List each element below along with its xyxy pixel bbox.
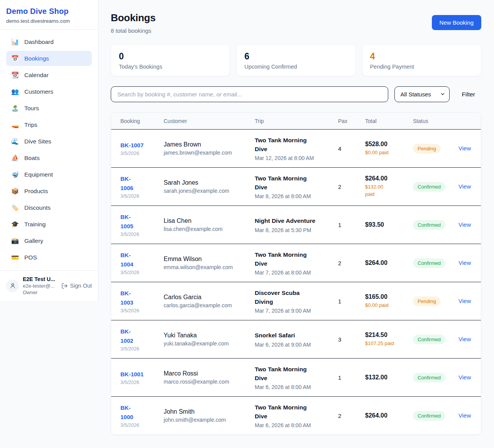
sidebar-item-label: Calendar — [24, 72, 49, 79]
view-link[interactable]: View — [458, 183, 471, 190]
customer-name: John Smith — [164, 408, 249, 415]
user-footer: E2E Test U... e2e-tester@... Owner Sign … — [0, 270, 98, 301]
credit-card-icon: 💳 — [11, 254, 19, 261]
sidebar-item-label: Training — [24, 221, 46, 228]
sidebar-item-equipment[interactable]: 🤿Equipment — [6, 167, 92, 182]
new-booking-button[interactable]: New Booking — [432, 15, 481, 30]
stat-card-pending-payment: 4 Pending Payment — [362, 44, 481, 76]
paid-amount: $0.00 paid — [365, 149, 408, 157]
customer-email: yuki.tanaka@example.com — [164, 340, 249, 347]
brand-block: Demo Dive Shop demo.test.divestreams.com — [0, 0, 98, 30]
status-select[interactable]: All Statuses — [394, 86, 450, 102]
sailboat-icon: ⛵ — [11, 154, 19, 162]
status-badge: Confirmed — [413, 411, 445, 421]
trip-datetime: Mar 12, 2026 at 8:00 AM — [255, 155, 333, 161]
sidebar-nav: 📊Dashboard 📅Bookings 📆Calendar 👥Customer… — [0, 30, 98, 270]
booking-date: 3/5/2026 — [120, 232, 158, 237]
status-badge: Confirmed — [413, 335, 445, 344]
sidebar-item-boats[interactable]: ⛵Boats — [6, 150, 92, 165]
island-icon: 🏝️ — [11, 104, 19, 112]
sidebar-item-dashboard[interactable]: 📊Dashboard — [6, 34, 92, 49]
customer-name: Yuki Tanaka — [164, 332, 249, 339]
column-header-booking: Booking — [120, 118, 164, 124]
filter-button[interactable]: Filter — [456, 91, 481, 98]
trip-name: Night Dive Adventure — [255, 216, 333, 225]
stat-value: 0 — [119, 51, 222, 62]
shop-domain: demo.test.divestreams.com — [6, 18, 92, 24]
sidebar-item-label: Customers — [24, 88, 53, 95]
view-link[interactable]: View — [458, 298, 471, 304]
status-badge: Pending — [413, 296, 441, 306]
sidebar-item-calendar[interactable]: 📆Calendar — [6, 67, 92, 83]
booking-date: 3/5/2026 — [120, 151, 158, 156]
sidebar-item-gallery[interactable]: 📸Gallery — [6, 233, 92, 248]
bar-chart-icon: 📊 — [11, 38, 19, 45]
customer-name: James Brown — [164, 141, 249, 148]
shop-name: Demo Dive Shop — [6, 7, 92, 16]
sign-out-label: Sign Out — [70, 283, 92, 289]
trip-datetime: Mar 7, 2026 at 8:00 AM — [255, 269, 333, 276]
user-avatar-icon — [10, 283, 16, 289]
total-amount: $528.00 — [365, 141, 408, 148]
sidebar-item-label: Equipment — [24, 171, 53, 178]
customer-email: james.brown@example.com — [164, 150, 249, 156]
booking-link[interactable]: BK- 1005 — [120, 212, 133, 231]
sidebar-item-label: Gallery — [24, 237, 43, 244]
status-badge: Confirmed — [413, 373, 445, 382]
view-link[interactable]: View — [458, 221, 471, 228]
speedboat-icon: 🚤 — [11, 121, 19, 128]
calendar-date-icon: 📅 — [11, 55, 19, 62]
calendar-icon: 📆 — [11, 71, 19, 79]
users-icon: 👥 — [11, 88, 19, 95]
tag-icon: 🏷️ — [11, 204, 19, 211]
total-bookings-count: 8 total bookings — [111, 27, 156, 34]
customer-name: Sarah Jones — [164, 179, 249, 186]
sign-out-button[interactable]: Sign Out — [61, 283, 92, 289]
pax-count: 2 — [338, 260, 365, 266]
total-amount: $264.00 — [365, 175, 408, 182]
sidebar-item-customers[interactable]: 👥Customers — [6, 84, 92, 99]
trip-name: Two Tank Morning Dive — [255, 403, 333, 421]
sidebar-item-pos[interactable]: 💳POS — [6, 250, 92, 265]
booking-link[interactable]: BK- 1003 — [120, 289, 133, 307]
status-badge: Pending — [413, 144, 441, 153]
customer-email: sarah.jones@example.com — [164, 188, 249, 194]
customer-email: carlos.garcia@example.com — [164, 302, 249, 308]
stat-label: Pending Payment — [370, 64, 473, 70]
avatar — [6, 280, 19, 292]
booking-link[interactable]: BK-1001 — [120, 370, 144, 379]
column-header-status: Status — [413, 118, 458, 124]
view-link[interactable]: View — [458, 145, 471, 152]
booking-link[interactable]: BK- 1000 — [120, 403, 133, 421]
trip-name: Two Tank Morning Dive — [255, 136, 333, 154]
trip-name: Two Tank Morning Dive — [255, 250, 333, 268]
sidebar-item-label: Trips — [24, 121, 37, 128]
trip-datetime: Mar 6, 2026 at 8:00 AM — [255, 384, 333, 390]
sidebar-item-trips[interactable]: 🚤Trips — [6, 117, 92, 132]
table-row: BK-10073/5/2026 James Brownjames.brown@e… — [111, 129, 481, 167]
view-link[interactable]: View — [458, 412, 471, 419]
customer-name: Emma Wilson — [164, 256, 249, 263]
customer-email: john.smith@example.com — [164, 417, 249, 423]
booking-date: 3/5/2026 — [120, 423, 158, 428]
sidebar-item-discounts[interactable]: 🏷️Discounts — [6, 200, 92, 215]
view-link[interactable]: View — [458, 374, 471, 381]
booking-link[interactable]: BK- 1002 — [120, 327, 133, 345]
booking-link[interactable]: BK-1007 — [120, 141, 144, 150]
booking-link[interactable]: BK- 1006 — [120, 174, 133, 192]
trip-datetime: Mar 6, 2026 at 8:00 AM — [255, 422, 333, 428]
search-input[interactable] — [111, 86, 388, 102]
table-row: BK- 10003/5/2026 John Smithjohn.smith@ex… — [111, 396, 481, 435]
pax-count: 4 — [338, 145, 365, 152]
sidebar-item-tours[interactable]: 🏝️Tours — [6, 101, 92, 116]
view-link[interactable]: View — [458, 336, 471, 342]
sidebar-item-products[interactable]: 📦Products — [6, 184, 92, 199]
view-link[interactable]: View — [458, 259, 471, 266]
main-content: Bookings 8 total bookings New Booking 0 … — [111, 0, 481, 435]
sidebar-item-bookings[interactable]: 📅Bookings — [6, 51, 92, 66]
total-amount: $214.50 — [365, 332, 408, 339]
booking-link[interactable]: BK- 1004 — [120, 251, 133, 269]
sidebar-item-label: Boats — [24, 155, 40, 162]
sidebar-item-dive-sites[interactable]: 🌊Dive Sites — [6, 134, 92, 149]
sidebar-item-training[interactable]: 🎓Training — [6, 217, 92, 232]
